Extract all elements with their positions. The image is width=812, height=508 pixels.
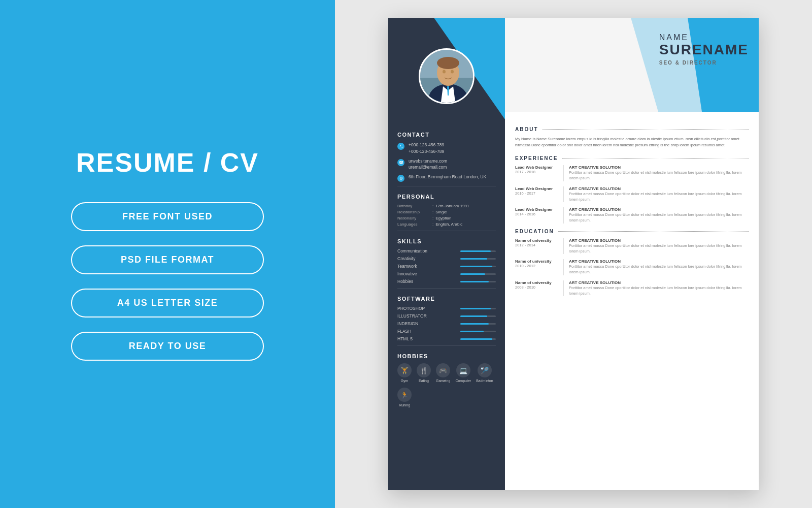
exp-company: ART CREATIVE SOLUTION bbox=[569, 165, 749, 170]
hobby-item: 🏃 Runing bbox=[397, 388, 412, 407]
hobby-label: Gameing bbox=[436, 379, 450, 383]
resume-first-name: NAME bbox=[659, 33, 749, 42]
experience-item: Lead Web Designer 2016 - 2017 ART CREATI… bbox=[515, 186, 749, 203]
name-area: NAME SURENAME SEO & DIRECTOR bbox=[659, 33, 749, 66]
phone-text: +000-123-456-789 +000-123-456-789 bbox=[409, 142, 444, 155]
about-section-title: ABOUT bbox=[515, 126, 749, 132]
software-name: FLASH bbox=[397, 329, 411, 334]
edu-left: Name of university 2008 - 2010 bbox=[515, 280, 558, 297]
exp-date: 2014 - 2016 bbox=[515, 212, 558, 216]
edu-company: ART CREATIVE SOLUTION bbox=[569, 280, 749, 285]
contact-email: urwebsitename.com uremail@email.com bbox=[397, 158, 496, 171]
hobby-item: 🍴 Eating bbox=[417, 363, 431, 383]
profile-photo bbox=[419, 48, 475, 104]
address-text: 6th Floor, Birmingham Road London, UK bbox=[409, 174, 486, 180]
edu-right: ART CREATIVE SOLUTION Porttitor amet mas… bbox=[569, 259, 749, 275]
software-item: INDESIGN bbox=[397, 321, 496, 326]
hobby-label: Computer bbox=[455, 379, 471, 383]
software-name: HTML 5 bbox=[397, 336, 413, 341]
exp-left: Lead Web Designer 2016 - 2017 bbox=[515, 186, 558, 203]
personal-languages: Languages : English, Arabic bbox=[397, 222, 496, 227]
skill-bar bbox=[460, 266, 492, 267]
resume-sidebar: CONTACT +000-123-456-789 +000-123-456-78… bbox=[388, 18, 505, 490]
software-item: ILLUSTRATOR bbox=[397, 313, 496, 319]
phone-icon bbox=[397, 143, 404, 150]
skill-item: Teamwork bbox=[397, 264, 496, 269]
software-item: PHOTOSHOP bbox=[397, 306, 496, 311]
personal-section-title: PERSONAL bbox=[397, 194, 496, 200]
contact-address: 6th Floor, Birmingham Road London, UK bbox=[397, 174, 496, 182]
exp-divider bbox=[563, 186, 564, 203]
software-bar bbox=[460, 323, 489, 325]
divider-2 bbox=[397, 231, 496, 231]
education-item: Name of university 2008 - 2010 ART CREAT… bbox=[515, 280, 749, 297]
exp-desc: Porttitor amet massa Done cporttitor dol… bbox=[569, 212, 749, 224]
hobby-item: 🏋 Gym bbox=[397, 363, 412, 383]
personal-birthday: Birthday : 12th January 1991 bbox=[397, 204, 496, 208]
hobby-label: Gym bbox=[401, 379, 409, 383]
exp-divider bbox=[563, 207, 564, 224]
edu-desc: Porttitor amet massa Done cporttitor dol… bbox=[569, 264, 749, 275]
skill-item: Communication bbox=[397, 248, 496, 253]
education-section-title: EDUCATION bbox=[515, 229, 749, 234]
exp-date: 2017 - 2018 bbox=[515, 170, 558, 174]
software-bar bbox=[460, 331, 484, 332]
software-bar-container bbox=[460, 308, 496, 309]
hobbies-grid: 🏋 Gym 🍴 Eating 🎮 Gameing 💻 Computer 🏸 Ba… bbox=[397, 363, 496, 407]
resume-job-title: SEO & DIRECTOR bbox=[659, 60, 749, 66]
about-text: My Name Is Name Surename lorem empus id.… bbox=[515, 136, 749, 148]
software-bar bbox=[460, 338, 492, 340]
edu-title: Name of university bbox=[515, 280, 558, 285]
edu-right: ART CREATIVE SOLUTION Porttitor amet mas… bbox=[569, 238, 749, 255]
photo-area bbox=[388, 18, 505, 119]
hobby-item: 🏸 Badminton bbox=[476, 363, 493, 383]
exp-divider bbox=[563, 165, 564, 181]
skill-bar-container bbox=[460, 250, 496, 252]
hobby-label: Runing bbox=[399, 403, 410, 407]
software-bar-container bbox=[460, 331, 496, 332]
edu-divider bbox=[563, 280, 564, 297]
skill-item: Creativity bbox=[397, 256, 496, 261]
software-list: PHOTOSHOP ILLUSTRATOR INDESIGN FLASH HTM… bbox=[397, 306, 496, 341]
personal-relationship: Relationship : Single bbox=[397, 210, 496, 214]
email-text: urwebsitename.com uremail@email.com bbox=[409, 158, 447, 171]
edu-date: 2010 - 2012 bbox=[515, 264, 558, 268]
divider-4 bbox=[397, 345, 496, 346]
exp-right: ART CREATIVE SOLUTION Porttitor amet mas… bbox=[569, 165, 749, 181]
contact-phone: +000-123-456-789 +000-123-456-789 bbox=[397, 142, 496, 155]
edu-title: Name of university bbox=[515, 259, 558, 264]
skill-name: Hobbies bbox=[397, 279, 413, 284]
exp-dotted-line bbox=[562, 158, 749, 158]
exp-left: Lead Web Designer 2017 - 2018 bbox=[515, 165, 558, 181]
right-panel: CONTACT +000-123-456-789 +000-123-456-78… bbox=[335, 0, 812, 508]
skills-list: Communication Creativity Teamwork Innova… bbox=[397, 248, 496, 284]
skill-name: Communication bbox=[397, 248, 427, 253]
contact-section-title: CONTACT bbox=[397, 132, 496, 138]
software-bar bbox=[460, 308, 491, 309]
about-dotted-line bbox=[543, 129, 749, 130]
exp-right: ART CREATIVE SOLUTION Porttitor amet mas… bbox=[569, 186, 749, 203]
edu-company: ART CREATIVE SOLUTION bbox=[569, 259, 749, 264]
hobby-icon: 🏸 bbox=[478, 363, 492, 377]
skill-bar bbox=[460, 250, 491, 252]
exp-title: Lead Web Designer bbox=[515, 207, 558, 212]
edu-right: ART CREATIVE SOLUTION Porttitor amet mas… bbox=[569, 280, 749, 297]
personal-nationality: Nationality : Egyptian bbox=[397, 216, 496, 220]
badge-psd-format: PSD FILE FORMAT bbox=[71, 245, 264, 274]
software-bar-container bbox=[460, 323, 496, 325]
skill-name: Teamwork bbox=[397, 264, 417, 269]
svg-point-10 bbox=[400, 177, 401, 178]
exp-right: ART CREATIVE SOLUTION Porttitor amet mas… bbox=[569, 207, 749, 224]
badge-free-font: FREE FONT USED bbox=[71, 202, 264, 231]
resume-card: CONTACT +000-123-456-789 +000-123-456-78… bbox=[388, 18, 759, 490]
software-name: PHOTOSHOP bbox=[397, 306, 425, 311]
edu-dotted-line bbox=[558, 231, 749, 232]
exp-title: Lead Web Designer bbox=[515, 186, 558, 191]
software-bar bbox=[460, 315, 487, 317]
software-item: FLASH bbox=[397, 329, 496, 334]
edu-desc: Porttitor amet massa Done cporttitor dol… bbox=[569, 243, 749, 255]
exp-desc: Porttitor amet massa Done cporttitor dol… bbox=[569, 191, 749, 203]
hobby-icon: 🍴 bbox=[417, 363, 431, 377]
exp-company: ART CREATIVE SOLUTION bbox=[569, 207, 749, 212]
divider-1 bbox=[397, 186, 496, 186]
